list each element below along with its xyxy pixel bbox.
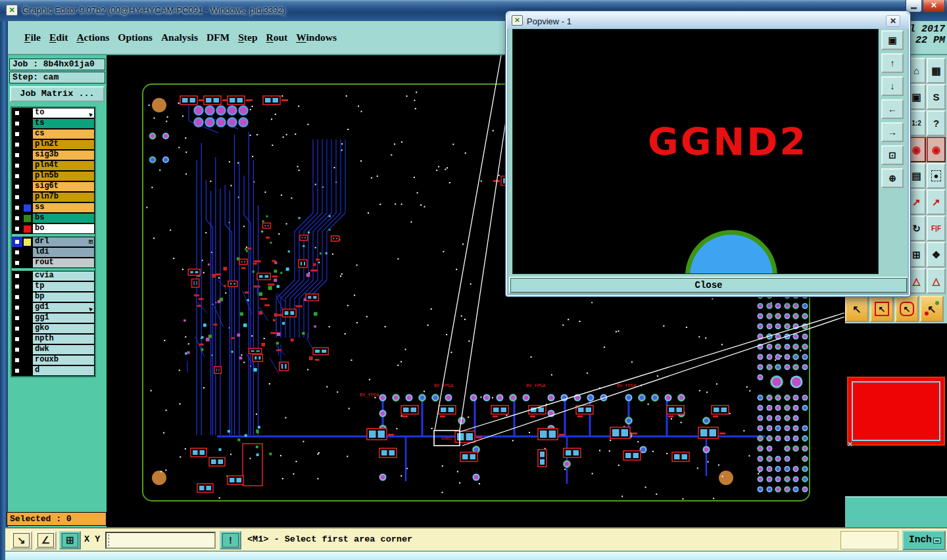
layer-checkbox[interactable] <box>12 160 22 171</box>
layer-name[interactable]: pln5b <box>32 171 95 181</box>
close-button[interactable]: ✕ <box>923 0 945 12</box>
units-button[interactable]: Inch <box>902 530 946 550</box>
layer-row-d[interactable]: d <box>12 365 95 376</box>
menu-item-options[interactable]: Options <box>118 32 153 43</box>
zoom-xy-window-button[interactable]: ▦ <box>927 58 946 83</box>
layer-row-rouxb[interactable]: rouxb <box>12 355 95 365</box>
pan-mode-button[interactable]: ↘ <box>11 531 32 549</box>
help-button[interactable]: ? <box>927 110 946 136</box>
layer-checkbox[interactable] <box>12 281 22 292</box>
menu-item-windows[interactable]: Windows <box>296 32 337 43</box>
layer-checkbox[interactable] <box>12 247 22 258</box>
layer-row-bo[interactable]: bo <box>12 223 95 234</box>
layer-row-gko[interactable]: gko <box>12 323 95 334</box>
layer-checkbox[interactable] <box>12 237 22 247</box>
layer-name[interactable]: to▶ <box>32 108 95 118</box>
layer-name[interactable]: pln4t <box>32 160 95 171</box>
popview-close-button[interactable]: Close <box>509 277 908 294</box>
serpentine-button[interactable]: S <box>927 84 946 110</box>
pan-left-button[interactable]: ← <box>881 99 904 119</box>
layer-checkbox[interactable] <box>12 213 22 223</box>
zoom-expand-button[interactable]: ⊕ <box>881 168 904 188</box>
layer-checkbox[interactable] <box>12 118 22 129</box>
select-single-button[interactable]: ↖ <box>845 296 869 322</box>
layer-checkbox[interactable] <box>12 292 22 302</box>
pan-up-button[interactable]: ↑ <box>881 53 904 73</box>
layer-name[interactable]: d <box>32 365 95 376</box>
layer-name[interactable]: tp <box>32 281 95 292</box>
profile-b-button[interactable]: △ <box>927 268 946 294</box>
layer-name[interactable]: sig6t <box>32 181 95 192</box>
layer-name[interactable]: bp <box>32 292 95 302</box>
layer-name[interactable]: sig3b <box>32 150 95 160</box>
job-matrix-button[interactable]: Job Matrix ... <box>10 86 105 102</box>
layer-checkbox[interactable] <box>12 334 22 344</box>
layer-checkbox[interactable] <box>12 192 22 202</box>
layer-checkbox[interactable] <box>12 365 22 376</box>
layer-checkbox[interactable] <box>12 181 22 192</box>
mirror-ff-button[interactable]: F|F <box>927 216 946 241</box>
menu-item-rout[interactable]: Rout <box>266 32 288 43</box>
layer-name[interactable]: bs <box>32 213 95 223</box>
layer-row-dwk[interactable]: dwk <box>12 344 95 355</box>
layer-name[interactable]: pln7b <box>32 192 95 202</box>
layer-row-cvia[interactable]: cvia <box>12 271 95 281</box>
layer-row-gd1[interactable]: gd1▶ <box>12 302 95 313</box>
measure-2point-button[interactable]: ↗ <box>927 189 946 215</box>
layer-row-ldi[interactable]: ldi <box>12 247 95 258</box>
angle-mode-button[interactable]: ∠ <box>35 531 57 549</box>
layer-name[interactable]: drl⊞ <box>32 237 95 247</box>
xy-input[interactable] <box>105 532 216 549</box>
layer-checkbox[interactable] <box>12 223 22 234</box>
menu-item-analysis[interactable]: Analysis <box>161 32 198 43</box>
layer-name[interactable]: pln2t <box>32 139 95 150</box>
layer-checkbox[interactable] <box>12 139 22 150</box>
layer-name[interactable]: gd1▶ <box>32 302 95 313</box>
layer-checkbox[interactable] <box>12 271 22 281</box>
zoom-fit-button[interactable]: ⊡ <box>881 145 904 165</box>
layer-row-pln4t[interactable]: pln4t <box>12 160 95 171</box>
layer-checkbox[interactable] <box>12 171 22 181</box>
popview-close-icon[interactable]: ✕ <box>886 15 900 27</box>
pan-right-button[interactable]: → <box>881 122 904 142</box>
layer-checkbox[interactable] <box>12 108 22 118</box>
layer-checkbox[interactable] <box>12 150 22 160</box>
layer-row-pln5b[interactable]: pln5b <box>12 171 95 181</box>
layer-row-sig6t[interactable]: sig6t <box>12 181 95 192</box>
layer-row-to[interactable]: to▶ <box>12 108 95 118</box>
layer-name[interactable]: ldi <box>32 247 95 258</box>
layer-name[interactable]: rouxb <box>32 355 95 365</box>
layer-checkbox[interactable] <box>12 355 22 365</box>
layer-name[interactable]: gg1 <box>32 313 95 323</box>
layer-row-pln7b[interactable]: pln7b <box>12 192 95 202</box>
shapes-button[interactable]: ❖ <box>927 242 946 268</box>
popview-titlebar[interactable]: ✕ Popview - 1 ✕ <box>507 12 909 29</box>
layer-checkbox[interactable] <box>12 344 22 355</box>
layer-name[interactable]: dwk <box>32 344 95 355</box>
layer-row-npth[interactable]: npth <box>12 334 95 344</box>
layer-checkbox[interactable] <box>12 258 22 268</box>
menu-item-dfm[interactable]: DFM <box>206 32 230 43</box>
menu-item-actions[interactable]: Actions <box>76 32 109 43</box>
layer-row-bp[interactable]: bp <box>12 292 95 302</box>
layer-row-ts[interactable]: ts <box>12 118 95 129</box>
popview-canvas[interactable]: GGND2 <box>512 29 879 274</box>
layer-checkbox[interactable] <box>12 323 22 334</box>
select-poly-button[interactable]: ↖ <box>895 296 919 322</box>
layer-checkbox[interactable] <box>12 202 22 213</box>
layer-name[interactable]: cvia <box>32 271 95 281</box>
layer-name[interactable]: rout <box>32 258 95 268</box>
layer-row-cs[interactable]: cs <box>12 129 95 139</box>
menu-item-edit[interactable]: Edit <box>49 32 68 43</box>
layer-name[interactable]: npth <box>32 334 95 344</box>
layer-row-drl[interactable]: drl⊞ <box>12 237 95 247</box>
layer-name[interactable]: bo <box>32 223 95 234</box>
layer-row-gg1[interactable]: gg1 <box>12 313 95 323</box>
menu-item-step[interactable]: Step <box>238 32 257 43</box>
layer-row-bs[interactable]: bs <box>12 213 95 223</box>
zoom-overview[interactable]: × <box>847 377 945 446</box>
layer-name[interactable]: ss <box>32 202 95 213</box>
select-net-button[interactable]: ↖ <box>920 296 944 322</box>
layer-name[interactable]: ts <box>32 118 95 129</box>
layer-name[interactable]: gko <box>32 323 95 334</box>
